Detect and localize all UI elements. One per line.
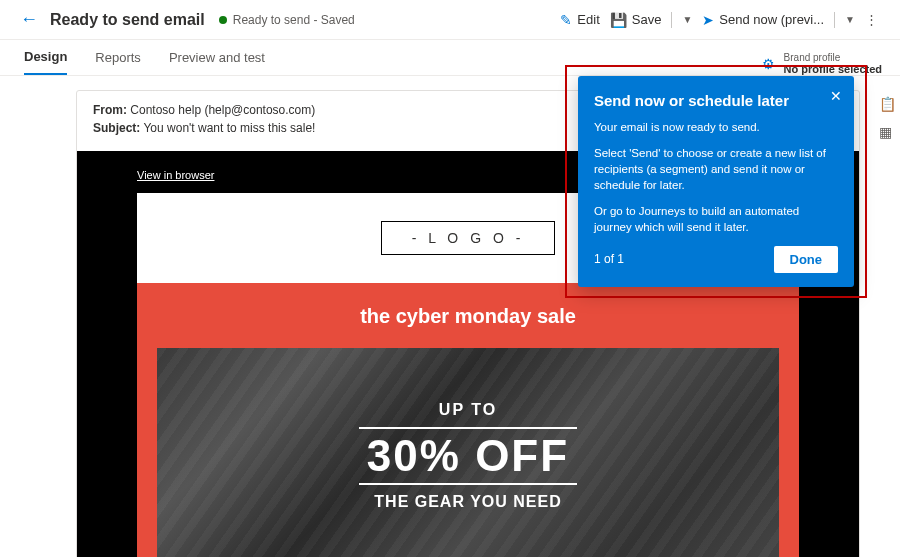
hero-up-to: UP TO: [439, 401, 497, 419]
send-icon: ➤: [702, 12, 714, 28]
edit-button[interactable]: ✎ Edit: [560, 12, 599, 28]
page-title: Ready to send email: [50, 11, 205, 29]
divider: [834, 12, 835, 28]
logo-placeholder: - L O G O -: [381, 221, 556, 255]
hero-percent: 30% OFF: [359, 427, 577, 485]
callout-line3: Or go to Journeys to build an automated …: [594, 203, 838, 235]
side-rail: 📋 ▦: [879, 96, 896, 140]
pencil-icon: ✎: [560, 12, 572, 28]
subject-label: Subject:: [93, 121, 140, 135]
tab-reports[interactable]: Reports: [95, 40, 141, 75]
tab-design[interactable]: Design: [24, 40, 67, 75]
send-chevron-icon[interactable]: ▼: [845, 14, 855, 25]
subject-value: You won't want to miss this sale!: [143, 121, 315, 135]
view-in-browser-link[interactable]: View in browser: [137, 169, 214, 181]
brand-value: No profile selected: [784, 63, 882, 75]
save-chevron-icon[interactable]: ▼: [682, 14, 692, 25]
status-text: Ready to send - Saved: [233, 13, 355, 27]
gear-icon: ⚙: [762, 56, 775, 72]
clipboard-icon[interactable]: 📋: [879, 96, 896, 112]
hero-tagline: THE GEAR YOU NEED: [374, 493, 561, 511]
hero-image: UP TO 30% OFF THE GEAR YOU NEED: [157, 348, 779, 557]
callout-title: Send now or schedule later: [594, 92, 838, 109]
from-value: Contoso help (help@contoso.com): [130, 103, 315, 117]
callout-step: 1 of 1: [594, 252, 624, 266]
done-button[interactable]: Done: [774, 246, 839, 273]
sale-title: the cyber monday sale: [157, 305, 779, 328]
grid-icon[interactable]: ▦: [879, 124, 896, 140]
send-label: Send now (previ...: [719, 12, 824, 27]
save-button[interactable]: 💾 Save: [610, 12, 662, 28]
tab-preview[interactable]: Preview and test: [169, 40, 265, 75]
brand-label: Brand profile: [784, 52, 882, 63]
from-label: From:: [93, 103, 127, 117]
status-dot: [219, 16, 227, 24]
callout-line1: Your email is now ready to send.: [594, 119, 838, 135]
close-icon[interactable]: ✕: [830, 88, 842, 104]
more-menu[interactable]: ⋮: [865, 12, 880, 27]
teaching-callout: ✕ Send now or schedule later Your email …: [578, 76, 854, 287]
top-bar: ← Ready to send email Ready to send - Sa…: [0, 0, 900, 40]
callout-footer: 1 of 1 Done: [594, 246, 838, 273]
callout-line2: Select 'Send' to choose or create a new …: [594, 145, 838, 193]
back-button[interactable]: ←: [20, 9, 38, 30]
promo-section: the cyber monday sale UP TO 30% OFF THE …: [137, 283, 799, 557]
divider: [671, 12, 672, 28]
save-label: Save: [632, 12, 662, 27]
send-button[interactable]: ➤ Send now (previ...: [702, 12, 824, 28]
top-actions: ✎ Edit 💾 Save ▼ ➤ Send now (previ... ▼ ⋮: [560, 12, 880, 28]
edit-label: Edit: [577, 12, 599, 27]
brand-profile[interactable]: ⚙ Brand profile No profile selected: [762, 52, 882, 75]
save-icon: 💾: [610, 12, 627, 28]
